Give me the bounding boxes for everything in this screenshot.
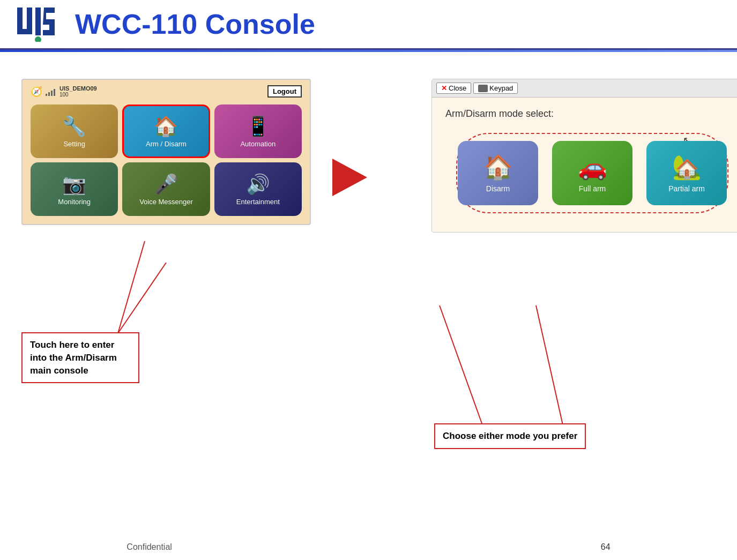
entertainment-label: Entertainment [236, 198, 280, 206]
partial-arm-icon: 🏡 [672, 153, 702, 181]
automation-tile[interactable]: 📱 Automation [214, 104, 302, 158]
page-title: WCC-110 Console [75, 8, 315, 40]
disarm-tile[interactable]: 🏠 Disarm [458, 141, 538, 205]
right-callout: Choose either mode you prefer [434, 423, 586, 449]
entertainment-tile[interactable]: 🔊 Entertainment [214, 162, 302, 216]
left-panel: 🧭 UIS_DEMO09 100 Logout [21, 79, 311, 233]
svg-line-1 [118, 263, 166, 333]
header: WCC-110 Console [0, 0, 737, 50]
svg-rect-7 [35, 8, 41, 35]
monitoring-label: Monitoring [58, 198, 91, 206]
logout-button[interactable]: Logout [267, 85, 302, 98]
console-screenshot: 🧭 UIS_DEMO09 100 Logout [21, 79, 311, 225]
compass-icon: 🧭 [31, 86, 42, 98]
full-arm-tile[interactable]: 🚗 Full arm [552, 141, 632, 205]
partial-arm-tile[interactable]: 🏡 Partial arm [646, 141, 727, 205]
svg-rect-6 [27, 8, 32, 33]
close-icon: ✕ [441, 84, 447, 92]
arm-disarm-tile[interactable]: 🏠 Arm / Disarm [122, 104, 210, 158]
main-content: 🧭 UIS_DEMO09 100 Logout [0, 63, 737, 249]
signal-icon [46, 87, 56, 96]
monitoring-icon: 📷 [62, 173, 86, 196]
right-callout-text: Choose either mode you prefer [443, 431, 577, 441]
automation-label: Automation [240, 140, 276, 148]
automation-icon: 📱 [246, 115, 270, 138]
close-button[interactable]: ✕ Close [436, 83, 471, 94]
voice-label: Voice Messenger [139, 198, 193, 206]
dialog-body: Arm/Disarm mode select: ↖ 🏠 Disarm 🚗 Ful… [432, 98, 737, 232]
full-arm-icon: 🚗 [578, 153, 607, 181]
console-header: 🧭 UIS_DEMO09 100 Logout [28, 85, 304, 98]
svg-line-0 [118, 241, 145, 333]
keypad-button[interactable]: Keypad [473, 83, 518, 94]
svg-line-3 [536, 305, 563, 425]
voice-icon: 🎤 [154, 173, 178, 196]
arm-label: Arm / Disarm [146, 140, 187, 148]
keypad-label: Keypad [489, 84, 513, 92]
right-arrow [332, 159, 367, 196]
right-panel: ✕ Close Keypad Arm/Disarm mode select: ↖… [431, 79, 737, 233]
arm-dialog: ✕ Close Keypad Arm/Disarm mode select: ↖… [431, 79, 737, 233]
partial-arm-label: Partial arm [668, 184, 705, 193]
confidential-text: Confidential [126, 542, 172, 552]
close-label: Close [449, 84, 466, 92]
left-callout: Touch here to enter into the Arm/Disarm … [21, 332, 139, 383]
user-id: UIS_DEMO09 100 [59, 85, 97, 98]
logo [16, 5, 59, 43]
keypad-icon [478, 85, 488, 92]
dialog-toolbar: ✕ Close Keypad [432, 79, 737, 98]
header-divider [0, 50, 737, 52]
arrow-container [332, 122, 367, 233]
console-info: 🧭 UIS_DEMO09 100 [31, 85, 97, 98]
disarm-label: Disarm [486, 184, 510, 193]
voice-messenger-tile[interactable]: 🎤 Voice Messenger [122, 162, 210, 216]
svg-line-2 [440, 305, 482, 425]
dialog-title: Arm/Disarm mode select: [445, 108, 737, 120]
svg-point-8 [35, 36, 41, 42]
setting-tile[interactable]: 🔧 Setting [31, 104, 118, 158]
footer: Confidential 64 [0, 542, 737, 552]
disarm-icon: 🏠 [483, 153, 513, 181]
arm-modes-container: ↖ 🏠 Disarm 🚗 Full arm 🏡 Partial arm [445, 130, 737, 216]
arm-icon: 🏠 [154, 115, 178, 138]
console-grid: 🔧 Setting 🏠 Arm / Disarm 📱 Automation 📷 … [28, 102, 304, 219]
monitoring-tile[interactable]: 📷 Monitoring [31, 162, 118, 216]
setting-icon: 🔧 [62, 115, 86, 138]
entertainment-icon: 🔊 [246, 173, 270, 196]
page-number: 64 [601, 542, 611, 552]
full-arm-label: Full arm [579, 184, 606, 193]
left-callout-text: Touch here to enter into the Arm/Disarm … [30, 340, 117, 376]
setting-label: Setting [63, 140, 85, 148]
